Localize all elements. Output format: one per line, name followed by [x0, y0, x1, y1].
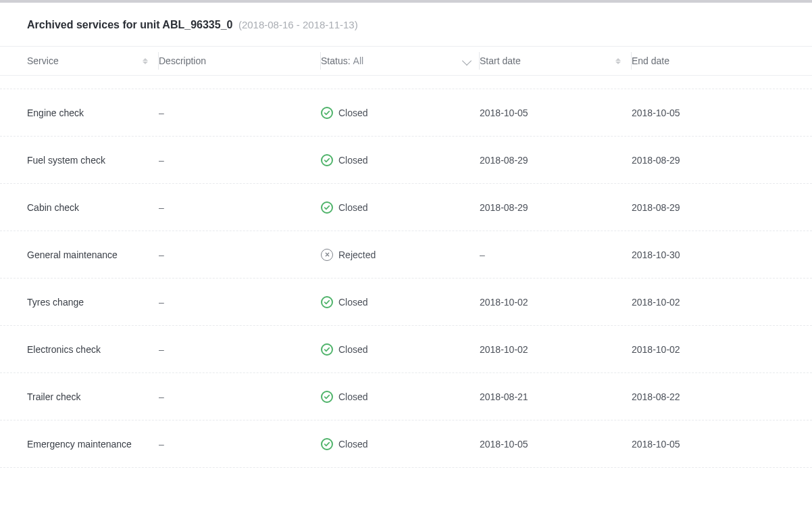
- col-header-description[interactable]: Description: [159, 47, 321, 75]
- check-circle-icon: [321, 154, 333, 166]
- table-row[interactable]: Trailer check–Closed2018-08-212018-08-22: [0, 373, 812, 420]
- table-row[interactable]: Fuel system check–Closed2018-08-292018-0…: [0, 137, 812, 184]
- cell-start-date: –: [480, 249, 632, 260]
- cell-start-date: 2018-08-21: [480, 391, 632, 402]
- panel-title: Archived services for unit ABL_96335_0: [27, 19, 232, 30]
- col-header-start-date-label: Start date: [480, 55, 521, 66]
- cell-description: –: [159, 391, 321, 402]
- table-row[interactable]: Tyres change–Closed2018-10-022018-10-02: [0, 279, 812, 326]
- cell-end-date: 2018-10-05: [632, 439, 812, 450]
- cell-start-date: 2018-08-29: [480, 155, 632, 166]
- col-header-description-label: Description: [159, 55, 206, 66]
- cell-service: Cabin check: [0, 202, 159, 213]
- cell-start-date: 2018-10-05: [480, 439, 632, 450]
- cell-status: Closed: [321, 107, 480, 119]
- cell-service: Fuel system check: [0, 155, 159, 166]
- cell-service: Engine check: [0, 107, 159, 118]
- status-text: Closed: [338, 202, 368, 213]
- x-circle-icon: [321, 249, 333, 261]
- panel-date-range: (2018-08-16 - 2018-11-13): [238, 19, 358, 30]
- col-header-status-filter[interactable]: Status: All: [321, 47, 480, 75]
- cell-status: Rejected: [321, 249, 480, 261]
- cell-service: Electronics check: [0, 344, 159, 355]
- panel-title-row: Archived services for unit ABL_96335_0 (…: [0, 19, 812, 46]
- table-body-viewport: ClosedEngine check–Closed2018-10-052018-…: [0, 76, 812, 495]
- cell-description: –: [159, 202, 321, 213]
- cell-status: Closed: [321, 201, 480, 214]
- cell-description: –: [159, 297, 321, 308]
- cell-start-date: 2018-08-29: [480, 202, 632, 213]
- check-circle-icon: [321, 296, 333, 308]
- cell-end-date: 2018-10-02: [632, 344, 812, 355]
- status-text: Closed: [338, 155, 368, 166]
- col-header-service-label: Service: [27, 55, 59, 66]
- sort-icon: [143, 56, 149, 66]
- cell-status: Closed: [321, 343, 480, 356]
- check-circle-icon: [321, 438, 333, 450]
- table-row[interactable]: Cabin check–Closed2018-08-292018-08-29: [0, 184, 812, 231]
- table-body: ClosedEngine check–Closed2018-10-052018-…: [0, 76, 812, 468]
- cell-description: –: [159, 107, 321, 118]
- cell-start-date: 2018-10-05: [480, 107, 632, 118]
- cell-end-date: 2018-08-22: [632, 391, 812, 402]
- table-row-partial: Closed: [0, 76, 812, 89]
- status-text: Closed: [338, 297, 368, 308]
- check-circle-icon: [321, 391, 333, 403]
- chevron-down-icon: [462, 56, 472, 66]
- cell-start-date: 2018-10-02: [480, 297, 632, 308]
- cell-description: –: [159, 439, 321, 450]
- cell-end-date: 2018-10-30: [632, 249, 812, 260]
- check-circle-icon: [321, 343, 333, 356]
- status-text: Closed: [338, 344, 368, 355]
- cell-start-date: 2018-10-02: [480, 344, 632, 355]
- sort-icon: [615, 56, 622, 66]
- col-header-end-date-label: End date: [632, 55, 669, 66]
- cell-description: –: [159, 344, 321, 355]
- cell-service: Trailer check: [0, 391, 159, 402]
- cell-description: –: [159, 249, 321, 260]
- col-header-start-date[interactable]: Start date: [480, 47, 632, 75]
- col-header-service[interactable]: Service: [0, 47, 159, 75]
- cell-end-date: 2018-10-02: [632, 297, 812, 308]
- table-row[interactable]: Emergency maintenance–Closed2018-10-0520…: [0, 420, 812, 468]
- table-row[interactable]: Electronics check–Closed2018-10-022018-1…: [0, 326, 812, 373]
- table-row[interactable]: General maintenance–Rejected–2018-10-30: [0, 231, 812, 279]
- cell-end-date: 2018-08-29: [632, 155, 812, 166]
- cell-service: Emergency maintenance: [0, 439, 159, 450]
- check-circle-icon: [321, 107, 333, 119]
- cell-end-date: 2018-10-05: [632, 107, 812, 118]
- cell-status: Closed: [321, 391, 480, 403]
- table-header: Service Description Status: All Start da…: [0, 46, 812, 76]
- cell-service: General maintenance: [0, 249, 159, 260]
- status-text: Closed: [338, 391, 368, 402]
- archived-services-panel: Archived services for unit ABL_96335_0 (…: [0, 0, 812, 507]
- status-text: Rejected: [338, 249, 376, 260]
- status-filter-label: Status:: [321, 55, 351, 66]
- cell-status: Closed: [321, 154, 480, 166]
- cell-service: Tyres change: [0, 297, 159, 308]
- status-text: Closed: [338, 439, 368, 450]
- cell-status: Closed: [321, 438, 480, 450]
- status-filter-value: All: [353, 55, 364, 66]
- col-header-end-date[interactable]: End date: [632, 47, 812, 75]
- cell-description: –: [159, 155, 321, 166]
- check-circle-icon: [321, 201, 333, 214]
- cell-status: Closed: [321, 296, 480, 308]
- status-text: Closed: [338, 107, 368, 118]
- cell-end-date: 2018-08-29: [632, 202, 812, 213]
- table-row[interactable]: Engine check–Closed2018-10-052018-10-05: [0, 89, 812, 137]
- services-table: Service Description Status: All Start da…: [0, 46, 812, 495]
